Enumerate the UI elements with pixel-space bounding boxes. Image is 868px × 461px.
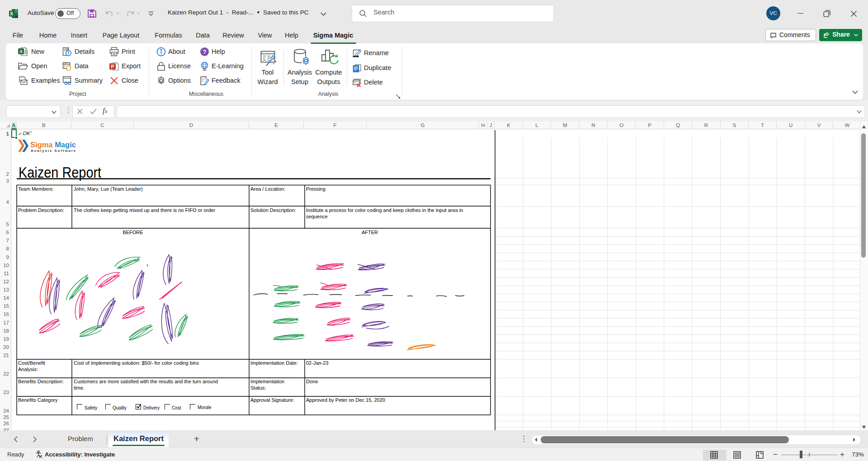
svg-text:P: P	[111, 64, 114, 69]
svg-text:X: X	[10, 11, 13, 16]
svg-text:X: X	[19, 49, 23, 54]
svg-text:?: ?	[203, 48, 207, 55]
